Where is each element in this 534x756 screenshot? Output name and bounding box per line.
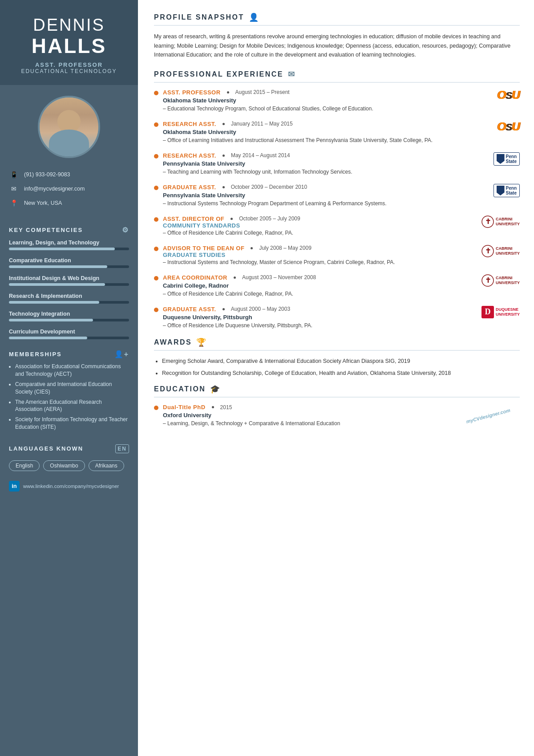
language-button[interactable]: English xyxy=(9,460,40,471)
progress-bar-bg xyxy=(9,337,129,339)
education-icon: 🎓 xyxy=(210,384,221,394)
award-item: Emerging Scholar Award, Comparative & In… xyxy=(162,357,520,366)
language-button[interactable]: Afrikaans xyxy=(89,460,124,471)
languages-section-title: LANGUAGES KNOWN EN xyxy=(0,438,138,456)
competency-label: Research & Implementation xyxy=(9,293,129,299)
edu-org: Oxford University xyxy=(163,412,340,419)
cabrini-logo: ✝ CABRINIUNIVERSITY xyxy=(481,274,520,287)
exp-date: July 2008 – May 2009 xyxy=(259,245,311,251)
edu-header: Dual-Title PhD 2015 xyxy=(163,404,340,411)
job-title: ASST. PROFESSOR xyxy=(9,61,129,68)
membership-item: Society for Information Technology and T… xyxy=(15,416,129,431)
competencies-icon: ⚙ xyxy=(122,226,129,234)
exp-header: ADVISOR TO THE DEAN OF July 2008 – May 2… xyxy=(163,245,476,252)
exp-bullet xyxy=(154,91,158,95)
experience-entry: AREA COORDINATOR August 2003 – November … xyxy=(154,274,520,298)
awards-icon: 🏆 xyxy=(196,337,207,347)
exp-org: Oklahoma State University xyxy=(163,129,492,135)
competency-label: Comparative Education xyxy=(9,257,129,264)
progress-bar-fill xyxy=(9,337,87,339)
experience-entry: RESEARCH ASST. January 2011 – May 2015 O… xyxy=(154,121,520,144)
exp-row: ASST. DIRECTOR OF October 2005 – July 20… xyxy=(163,215,520,237)
exp-title2: COMMUNITY STANDARDS xyxy=(163,222,476,229)
exp-desc: Instructional Systems and Technology, Ma… xyxy=(163,258,476,266)
osu-logo: OSU xyxy=(497,89,520,101)
exp-header: RESEARCH ASST. May 2014 – August 2014 xyxy=(163,152,488,159)
exp-title: GRADUATE ASST. xyxy=(163,184,216,191)
exp-desc: Office of Learning Initiatives and Instr… xyxy=(163,136,492,144)
edu-degree: Dual-Title PhD xyxy=(163,404,206,411)
exp-title: RESEARCH ASST. xyxy=(163,121,216,127)
exp-bullet xyxy=(154,276,158,280)
contact-email: ✉ info@mycvdesigner.com xyxy=(9,184,129,194)
progress-bar-bg xyxy=(9,301,129,304)
competency-item: Technology Integration xyxy=(0,308,138,326)
experience-entry: RESEARCH ASST. May 2014 – August 2014 Pe… xyxy=(154,152,520,176)
exp-title: RESEARCH ASST. xyxy=(163,152,216,159)
exp-row: AREA COORDINATOR August 2003 – November … xyxy=(163,274,520,298)
profile-text: My areas of research, writing & presenta… xyxy=(154,32,520,60)
competency-label: Technology Integration xyxy=(9,311,129,317)
competency-item: Comparative Education xyxy=(0,255,138,272)
avatar xyxy=(38,96,100,158)
pennstate-logo: PennState xyxy=(494,184,520,197)
job-subtitle: EDUCATIONAL TECHNOLOGY xyxy=(9,68,129,74)
exp-desc: Office of Residence Life Cabrini College… xyxy=(163,290,476,298)
exp-date: August 2015 – Present xyxy=(235,89,290,95)
cabrini-logo: ✝ CABRINIUNIVERSITY xyxy=(481,245,520,257)
exp-bullet xyxy=(154,308,158,312)
memberships-icon: 👤+ xyxy=(114,350,129,358)
experience-container: ASST. PROFESSOR August 2015 – Present Ok… xyxy=(154,89,520,329)
exp-bullet xyxy=(154,247,158,251)
membership-item: The American Educational Research Associ… xyxy=(15,398,129,414)
exp-desc: Office of Residence Life Cabrini College… xyxy=(163,229,476,237)
email-icon: ✉ xyxy=(9,184,19,194)
progress-bar-fill xyxy=(9,301,99,304)
education-section-title: EDUCATION 🎓 xyxy=(154,384,520,398)
location-icon: 📍 xyxy=(9,198,19,208)
experience-entry: GRADUATE ASST. August 2000 – May 2003 Du… xyxy=(154,306,520,329)
exp-header: AREA COORDINATOR August 2003 – November … xyxy=(163,274,476,281)
competency-label: Institutional Design & Web Design xyxy=(9,275,129,281)
exp-title: AREA COORDINATOR xyxy=(163,274,227,281)
progress-bar-fill xyxy=(9,283,105,286)
duquesne-logo: D DUQUESNEUNIVERSITY xyxy=(481,306,520,318)
competencies-container: Learning, Design, and Technology Compara… xyxy=(0,237,138,344)
competency-item: Learning, Design, and Technology xyxy=(0,237,138,255)
competencies-section-title: KEY COMPETENCIES ⚙ xyxy=(0,219,138,237)
osu-logo: OSU xyxy=(497,121,520,132)
competency-label: Curriculum Development xyxy=(9,329,129,335)
progress-bar-fill xyxy=(9,248,115,250)
svg-text:✝: ✝ xyxy=(485,276,490,284)
exp-row: ASST. PROFESSOR August 2015 – Present Ok… xyxy=(163,89,520,113)
competency-item: Curriculum Development xyxy=(0,326,138,344)
experience-entry: ADVISOR TO THE DEAN OF July 2008 – May 2… xyxy=(154,245,520,266)
linkedin-row[interactable]: in www.linkedin.com/company/mycvdesigner xyxy=(0,476,138,492)
sidebar: DENNIS HALLS ASST. PROFESSOR EDUCATIONAL… xyxy=(0,0,138,756)
profile-snapshot-title: PROFILE SNAPSHOT 👤 xyxy=(154,12,520,26)
progress-bar-bg xyxy=(9,248,129,250)
exp-desc: Office of Residence Life Duquesne Univer… xyxy=(163,321,476,329)
exp-org: Pennsylvania State University xyxy=(163,192,488,199)
contact-phone: 📱 (91) 933-092-9083 xyxy=(9,170,129,179)
avatar-container xyxy=(0,96,138,158)
main-wrapper: PROFILE SNAPSHOT 👤 My areas of research,… xyxy=(154,12,520,427)
exp-desc: Teaching and Learning with Technology un… xyxy=(163,168,488,176)
exp-main: GRADUATE ASST. August 2000 – May 2003 Du… xyxy=(163,306,476,329)
exp-main: ASST. PROFESSOR August 2015 – Present Ok… xyxy=(163,89,492,113)
competency-item: Research & Implementation xyxy=(0,290,138,308)
experience-icon: ✉ xyxy=(288,69,296,79)
edu-content: Dual-Title PhD 2015 Oxford University Le… xyxy=(163,404,340,427)
progress-bar-bg xyxy=(9,265,129,268)
exp-title2: GRADUATE STUDIES xyxy=(163,252,476,258)
main-content: PROFILE SNAPSHOT 👤 My areas of research,… xyxy=(138,0,534,756)
svg-text:✝: ✝ xyxy=(485,218,490,225)
linkedin-icon: in xyxy=(9,481,20,492)
language-button[interactable]: Oshiwambo xyxy=(43,460,85,471)
exp-bullet xyxy=(154,122,158,127)
exp-bullet xyxy=(154,217,158,222)
exp-org: Oklahoma State University xyxy=(163,97,492,104)
award-item: Recognition for Outstanding Scholarship,… xyxy=(162,369,520,378)
exp-date: August 2000 – May 2003 xyxy=(231,306,290,312)
memberships-section-title: MEMBERSHIPS 👤+ xyxy=(0,344,138,361)
